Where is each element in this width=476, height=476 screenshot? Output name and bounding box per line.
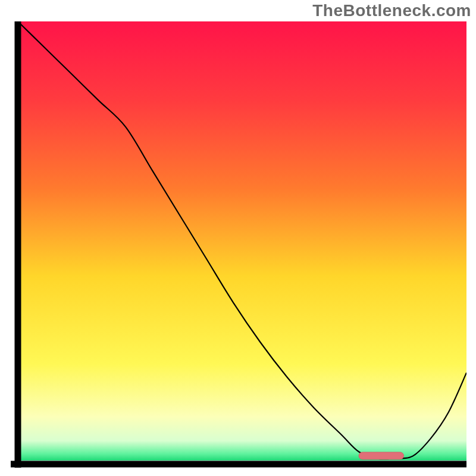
optimum-marker (359, 452, 403, 459)
chart-svg (11, 21, 466, 468)
watermark-text: TheBottleneck.com (312, 1, 471, 20)
chart-stage: TheBottleneck.com (0, 0, 476, 476)
plot-area (11, 21, 466, 468)
